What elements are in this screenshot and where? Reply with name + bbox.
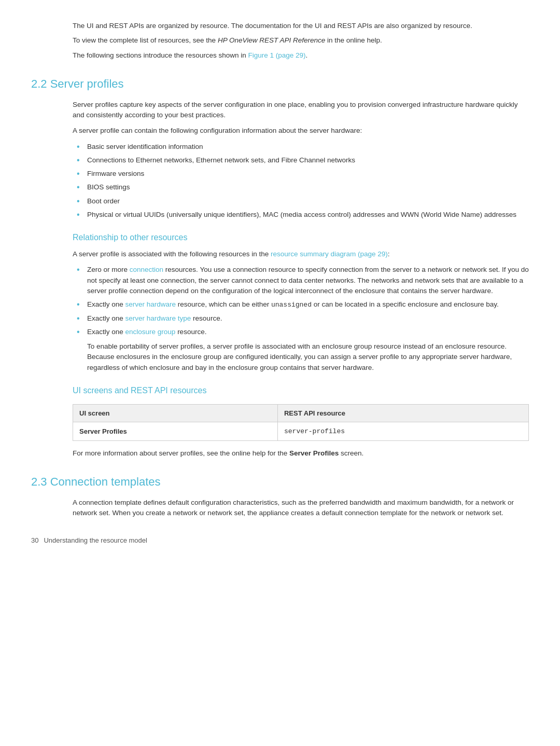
enclosure-group-link[interactable]: enclosure group: [125, 328, 176, 336]
section23-heading: 2.3 Connection templates: [31, 473, 529, 490]
unassigned-code: unassigned: [271, 301, 312, 309]
page: The UI and REST APIs are organized by re…: [0, 0, 560, 746]
resource-summary-link[interactable]: resource summary diagram (page 29): [271, 250, 388, 258]
section22-heading: 2.2 Server profiles: [31, 75, 529, 92]
footer-para-suffix: screen.: [339, 449, 363, 457]
rel-b3-prefix: Exactly one: [87, 314, 125, 322]
rel-bullet-3: Exactly one server hardware type resourc…: [73, 313, 529, 324]
section23-body: A connection template defines default co…: [73, 498, 529, 519]
rel-b3-suffix: resource.: [191, 314, 222, 322]
rel-b2-prefix: Exactly one: [87, 300, 125, 308]
rel-bullet-4: Exactly one enclosure group resource. To…: [73, 327, 529, 373]
bullet-item-3: Firmware versions: [73, 169, 529, 179]
col2-header: REST API resource: [277, 405, 528, 422]
rel-b2-suffix2: or can be located in a specific enclosur…: [312, 300, 499, 308]
intro-para2-suffix: in the online help.: [325, 36, 382, 44]
bullet-item-6: Physical or virtual UUIDs (universally u…: [73, 210, 529, 220]
footer-text: Understanding the resource model: [44, 535, 147, 546]
connection-link[interactable]: connection: [130, 266, 163, 273]
page-number: 30: [31, 535, 38, 546]
section22-para2: A server profile can contain the followi…: [73, 126, 529, 136]
footer-para-prefix: For more information about server profil…: [73, 449, 289, 457]
rel-b1-prefix: Zero or more: [87, 266, 130, 273]
relationship-subheading: Relationship to other resources: [73, 231, 529, 244]
section22-body: Server profiles capture key aspects of t…: [73, 100, 529, 459]
bullet-item-2: Connections to Ethernet networks, Ethern…: [73, 155, 529, 165]
intro-para2-prefix: To view the complete list of resources, …: [73, 36, 218, 44]
col1-header: UI screen: [73, 405, 277, 422]
ui-rest-table: UI screen REST API resource Server Profi…: [73, 405, 528, 440]
ui-screen-cell: Server Profiles: [73, 422, 277, 440]
relationship-bullet-list: Zero or more connection resources. You u…: [73, 265, 529, 373]
section22-para1: Server profiles capture key aspects of t…: [73, 100, 529, 121]
figure1-link[interactable]: Figure 1 (page 29): [248, 51, 305, 59]
intro-para-2: To view the complete list of resources, …: [73, 35, 529, 46]
section22-bullet-list: Basic server identification information …: [73, 142, 529, 220]
bullet-item-4: BIOS settings: [73, 182, 529, 192]
rest-resource-cell: server-profiles: [277, 422, 528, 440]
section22-footer-para: For more information about server profil…: [73, 448, 529, 459]
rel-bullet-1: Zero or more connection resources. You u…: [73, 265, 529, 296]
server-hardware-type-link[interactable]: server hardware type: [125, 314, 191, 322]
intro-para3-suffix: .: [306, 51, 308, 59]
rel-para1-prefix: A server profile is associated with the …: [73, 250, 271, 258]
rel-bullet-2: Exactly one server hardware resource, wh…: [73, 299, 529, 310]
enclosure-para: To enable portability of server profiles…: [87, 341, 529, 373]
server-profiles-bold: Server Profiles: [289, 449, 339, 457]
bullet-item-1: Basic server identification information: [73, 142, 529, 152]
server-hardware-link[interactable]: server hardware: [125, 300, 176, 308]
bullet-item-5: Boot order: [73, 196, 529, 206]
page-footer: 30 Understanding the resource model: [31, 535, 529, 546]
ui-rest-table-container: UI screen REST API resource Server Profi…: [73, 404, 529, 441]
rel-b2-suffix1: resource, which can be either: [176, 300, 271, 308]
rel-para1-suffix: :: [388, 250, 390, 258]
section23-para1: A connection template defines default co…: [73, 498, 529, 519]
rel-b4-suffix: resource.: [175, 328, 206, 336]
intro-para-1: The UI and REST APIs are organized by re…: [73, 21, 529, 31]
intro-para2-italic: HP OneView REST API Reference: [218, 36, 325, 44]
intro-para3-prefix: The following sections introduce the res…: [73, 51, 248, 59]
table-header-row: UI screen REST API resource: [73, 405, 528, 422]
intro-para-3: The following sections introduce the res…: [73, 50, 529, 61]
ui-screens-subheading: UI screens and REST API resources: [73, 384, 529, 397]
rel-b4-prefix: Exactly one: [87, 328, 125, 336]
relationship-para1: A server profile is associated with the …: [73, 249, 529, 259]
table-row: Server Profiles server-profiles: [73, 422, 528, 440]
